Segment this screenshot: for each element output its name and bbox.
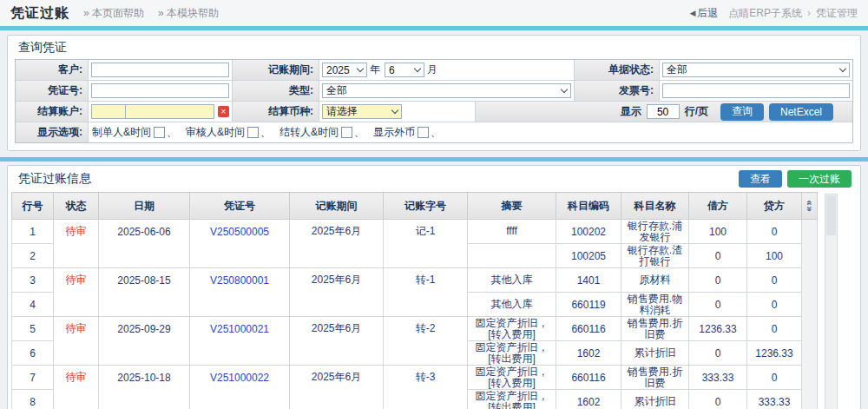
chevron-down-icon	[839, 65, 846, 72]
header-word-no: 记账字号	[384, 193, 468, 220]
year-select[interactable]: 2025	[322, 63, 367, 77]
period-cell: 2025 年 6 月	[319, 60, 575, 80]
clear-icon[interactable]: ×	[218, 106, 229, 117]
option-transfer-label: 结转人&时间	[279, 125, 339, 140]
breadcrumb: 点睛ERP子系统 › 凭证管理	[728, 6, 858, 21]
voucher-link[interactable]: V251000022	[210, 372, 269, 384]
header-date: 日期	[99, 193, 190, 220]
vertical-scrollbar[interactable]	[825, 194, 838, 409]
cell-period: 2025年6月	[290, 268, 384, 317]
cell-summary: 固定资产折旧，[转出费用]	[468, 390, 556, 409]
cell-status: 待审	[54, 366, 99, 409]
view-button[interactable]: 查看	[739, 170, 782, 188]
form-row-1: 客户: 记账期间: 2025 年 6 月 单据状态: 全部	[16, 60, 852, 81]
post-all-button[interactable]: 一次过账	[787, 170, 852, 188]
cell-credit: 0	[747, 220, 802, 244]
query-button[interactable]: 查询	[720, 103, 764, 121]
year-select-value: 2025	[326, 64, 350, 76]
query-form: 客户: 记账期间: 2025 年 6 月 单据状态: 全部 凭证号: 类型:	[15, 59, 853, 143]
header-line-no: 行号	[12, 193, 54, 220]
page-title: 凭证过账	[10, 4, 69, 23]
page-size-cell: 显示 行/页 查询 NetExcel	[476, 102, 852, 122]
cell-line-no: 2	[12, 244, 54, 268]
cell-account-code: 100202	[556, 220, 621, 244]
doc-status-cell: 全部	[660, 60, 852, 80]
type-select-value: 全部	[326, 83, 347, 98]
chevron-down-double-icon: »	[806, 203, 812, 214]
type-label: 类型:	[233, 81, 319, 101]
cell-debit: 0	[689, 244, 747, 268]
type-select[interactable]: 全部	[322, 83, 571, 98]
header-status: 状态	[54, 193, 99, 220]
rows-unit-label: 行/页	[685, 104, 708, 119]
collapse-toggle[interactable]: «»	[802, 193, 818, 220]
posting-panel-title: 凭证过账信息	[18, 171, 91, 187]
auditor-checkbox[interactable]	[247, 127, 259, 138]
breadcrumb-system[interactable]: 点睛ERP子系统	[728, 6, 802, 21]
posting-panel-buttons: 查看 一次过账	[739, 170, 852, 188]
cell-account-code: 100205	[556, 244, 621, 268]
option-separator: 、	[354, 125, 365, 140]
voucher-link[interactable]: V251000021	[210, 323, 269, 335]
cell-voucher-no: V250800001	[190, 268, 290, 317]
cell-summary: ffff	[468, 220, 556, 244]
cell-debit: 333.33	[689, 366, 747, 390]
cell-credit: 333.33	[747, 390, 802, 409]
voucher-link[interactable]: V250500005	[210, 226, 269, 238]
cell-word-no: 转-3	[384, 366, 468, 409]
foreign-currency-checkbox[interactable]	[418, 127, 429, 138]
settle-currency-label: 结算币种:	[233, 102, 319, 122]
cell-voucher-no: V251000021	[190, 317, 290, 366]
header-period: 记账期间	[290, 193, 384, 220]
cell-date: 2025-06-06	[99, 220, 190, 268]
chevron-down-icon	[414, 65, 421, 72]
rows-per-page-input[interactable]	[647, 104, 680, 119]
settle-account-name-input[interactable]	[125, 104, 214, 119]
header-debit: 借方	[689, 193, 747, 220]
month-select[interactable]: 6	[385, 63, 424, 77]
cell-account-code: 660116	[556, 366, 621, 390]
cell-credit: 100	[747, 244, 802, 268]
settle-currency-cell: 请选择	[319, 102, 476, 122]
cell-voucher-no: V251000022	[190, 366, 290, 409]
cell-debit: 100	[689, 220, 747, 244]
settle-account-code-input[interactable]	[91, 104, 126, 119]
back-button[interactable]: ◀后退	[689, 6, 718, 21]
settle-currency-select[interactable]: 请选择	[322, 104, 402, 119]
option-foreign-currency-label: 显示外币	[373, 125, 415, 140]
transfer-checkbox[interactable]	[341, 127, 352, 138]
doc-status-select[interactable]: 全部	[662, 63, 850, 77]
cell-word-no: 转-2	[384, 317, 468, 366]
table-row: 1 待审 2025-06-06 V250500005 2025年6月 记-1 f…	[12, 220, 818, 244]
customer-input[interactable]	[91, 63, 229, 77]
page-help-link[interactable]: » 本页面帮助	[83, 6, 144, 21]
scrollbar-thumb[interactable]	[826, 195, 836, 235]
cell-line-no: 4	[12, 293, 54, 317]
posting-panel: 凭证过账信息 查看 一次过账 行号 状态 日期 凭证号 记账期间 记账字号	[7, 165, 861, 409]
settle-account-cell: ×	[89, 102, 233, 122]
cell-word-no: 转-1	[384, 268, 468, 317]
cell-summary: 其他入库	[468, 293, 556, 317]
customer-label: 客户:	[16, 60, 89, 80]
cell-line-no: 3	[12, 268, 54, 293]
cell-account-name: 销售费用.物料消耗	[621, 293, 689, 317]
table-scrollbar[interactable]	[802, 220, 818, 409]
cell-summary: 其他入库	[468, 268, 556, 293]
voucher-no-input[interactable]	[91, 83, 229, 98]
voucher-link[interactable]: V250800001	[210, 274, 269, 287]
voucher-no-cell	[89, 81, 233, 101]
netexcel-button[interactable]: NetExcel	[769, 103, 833, 121]
invoice-no-input[interactable]	[662, 83, 850, 98]
customer-cell	[89, 60, 233, 80]
module-help-link[interactable]: » 本模块帮助	[158, 6, 219, 21]
form-row-3: 结算账户: × 结算币种: 请选择 显示 行/页 查询 NetExcel	[16, 102, 852, 122]
cell-word-no: 记-1	[384, 220, 468, 268]
creator-checkbox[interactable]	[154, 127, 165, 138]
cell-credit: 0	[747, 268, 802, 293]
header-credit: 贷方	[747, 193, 802, 220]
doc-status-value: 全部	[667, 63, 687, 77]
cell-line-no: 8	[12, 390, 54, 409]
invoice-no-label: 发票号:	[575, 81, 660, 101]
cell-account-name: 销售费用.折旧费	[621, 366, 689, 390]
cell-debit: 0	[689, 390, 747, 409]
